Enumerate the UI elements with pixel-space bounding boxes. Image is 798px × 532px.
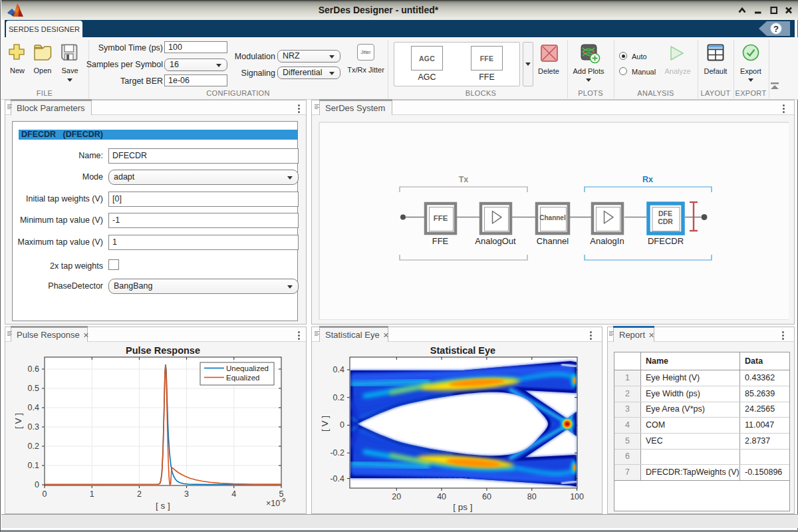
svg-text:40: 40 (437, 492, 446, 501)
svg-text:0.1: 0.1 (28, 461, 39, 470)
svg-text:100: 100 (570, 492, 584, 501)
svg-text:FFE: FFE (432, 236, 449, 246)
svg-text:0.6: 0.6 (28, 364, 39, 374)
svg-text:0.2: 0.2 (333, 393, 344, 402)
svg-text:0.3: 0.3 (28, 422, 39, 432)
svg-text:1: 1 (90, 489, 94, 499)
svg-text:AnalogIn: AnalogIn (590, 236, 624, 246)
svg-text:0.4: 0.4 (28, 403, 39, 412)
svg-text:Pulse Response: Pulse Response (126, 345, 200, 356)
svg-text:0.4: 0.4 (333, 365, 344, 374)
svg-text:0: 0 (35, 480, 39, 489)
svg-text:4: 4 (231, 489, 236, 499)
svg-text:Unequalized: Unequalized (226, 364, 269, 372)
svg-text:20: 20 (392, 492, 401, 501)
svg-text:[ s ]: [ s ] (156, 501, 170, 511)
svg-text:[ V ]: [ V ] (13, 413, 23, 429)
svg-text:Channel: Channel (537, 236, 569, 246)
svg-text:[ V ]: [ V ] (320, 416, 330, 432)
svg-text:[ ps ]: [ ps ] (453, 502, 472, 512)
svg-text:Tx: Tx (459, 175, 469, 184)
svg-text:0.2: 0.2 (28, 442, 39, 451)
svg-text:FFE: FFE (434, 214, 448, 222)
svg-text:?: ? (773, 24, 779, 34)
svg-text:Equalized: Equalized (226, 374, 260, 382)
svg-text:80: 80 (527, 492, 537, 501)
svg-text:3: 3 (184, 489, 189, 499)
svg-text:DFE: DFE (658, 209, 672, 217)
svg-text:Channel: Channel (539, 214, 566, 221)
svg-text:0: 0 (340, 420, 344, 430)
svg-text:2: 2 (137, 489, 142, 499)
svg-text:0: 0 (43, 489, 47, 499)
svg-text:DFECDR: DFECDR (648, 236, 684, 246)
svg-text:CDR: CDR (658, 217, 673, 225)
svg-text:×10: ×10 (266, 499, 280, 508)
svg-text:60: 60 (482, 492, 491, 501)
svg-text:AnalogOut: AnalogOut (475, 236, 516, 246)
svg-text:Statistical Eye: Statistical Eye (430, 345, 495, 356)
svg-text:-0.4: -0.4 (330, 474, 344, 483)
svg-text:-0.2: -0.2 (330, 448, 344, 458)
svg-text:0.5: 0.5 (28, 384, 39, 393)
svg-text:Rx: Rx (642, 175, 653, 184)
svg-text:-9: -9 (280, 496, 285, 503)
